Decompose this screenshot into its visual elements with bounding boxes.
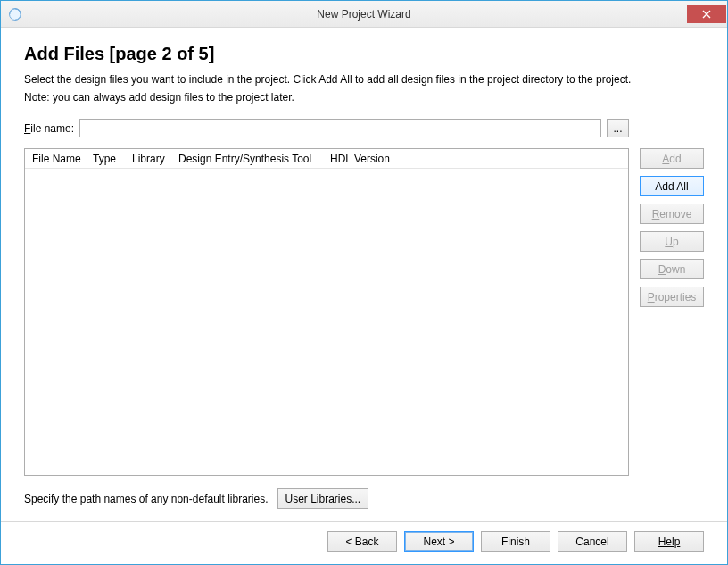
browse-button[interactable]: ... (607, 119, 629, 137)
table-body (25, 169, 628, 475)
next-button[interactable]: Next > (404, 531, 474, 552)
main-row: File name: ... File Name Type Library (24, 119, 704, 476)
page-note: Note: you can always add design files to… (24, 91, 704, 105)
titlebar: New Project Wizard (1, 1, 727, 28)
col-spacer (394, 156, 628, 162)
col-type[interactable]: Type (86, 150, 125, 168)
page-heading: Add Files [page 2 of 5] (24, 44, 704, 64)
add-all-button[interactable]: Add All (640, 176, 704, 196)
content-area: Add Files [page 2 of 5] Select the desig… (1, 28, 727, 521)
up-button[interactable]: Up (640, 231, 704, 252)
remove-button[interactable]: Remove (640, 204, 704, 224)
back-button[interactable]: < Back (327, 531, 397, 552)
col-design-entry[interactable]: Design Entry/Synthesis Tool (171, 150, 323, 168)
files-table[interactable]: File Name Type Library Design Entry/Synt… (24, 148, 629, 476)
main-area: File name: ... File Name Type Library (24, 119, 704, 476)
add-button[interactable]: Add (640, 148, 704, 169)
window-title: New Project Wizard (1, 8, 727, 21)
properties-button[interactable]: Properties (640, 287, 704, 307)
finish-button[interactable]: Finish (481, 531, 550, 552)
footer: < Back Next > Finish Cancel Help (1, 521, 727, 564)
libraries-text: Specify the path names of any non-defaul… (24, 493, 269, 505)
close-button[interactable] (687, 5, 726, 23)
table-header: File Name Type Library Design Entry/Synt… (25, 149, 628, 169)
help-button[interactable]: Help (634, 531, 704, 552)
side-buttons: Add Add All Remove Up Down Properties (640, 148, 704, 476)
file-name-row: File name: ... (24, 119, 629, 137)
file-name-label: File name: (24, 122, 74, 135)
down-button[interactable]: Down (640, 259, 704, 279)
col-hdl-version[interactable]: HDL Version (323, 150, 394, 168)
app-icon (8, 7, 22, 21)
page-description: Select the design files you want to incl… (24, 73, 704, 87)
col-library[interactable]: Library (125, 150, 171, 168)
bottom-row: Specify the path names of any non-defaul… (24, 488, 704, 509)
cancel-button[interactable]: Cancel (558, 531, 627, 552)
wizard-window: New Project Wizard Add Files [page 2 of … (0, 0, 728, 565)
col-file-name[interactable]: File Name (25, 150, 86, 168)
svg-point-0 (10, 8, 21, 20)
user-libraries-button[interactable]: User Libraries... (277, 488, 369, 509)
file-name-input[interactable] (79, 119, 601, 137)
